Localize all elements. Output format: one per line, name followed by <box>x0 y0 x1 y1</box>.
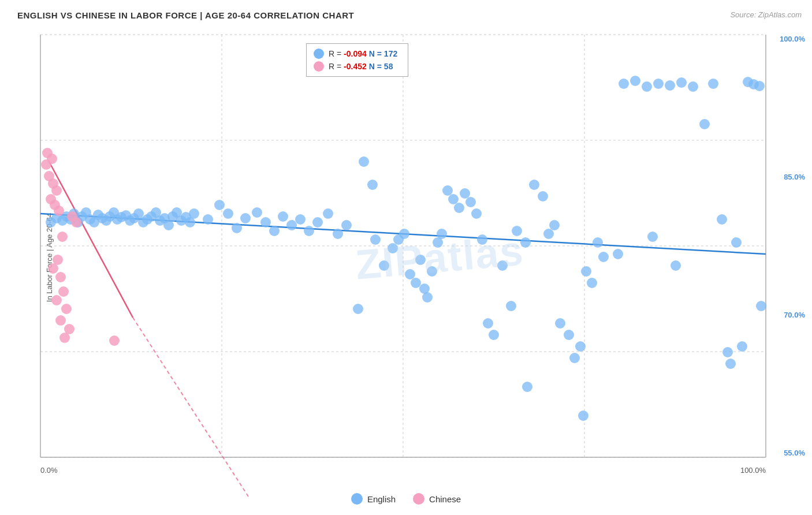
bottom-english-label: English <box>367 494 396 504</box>
svg-point-77 <box>427 266 437 277</box>
svg-point-102 <box>587 278 597 288</box>
bottom-legend-english: English <box>351 493 396 505</box>
chart-container: ENGLISH VS CHINESE IN LABOR FORCE | AGE … <box>0 0 812 515</box>
x-label-100: 100.0% <box>740 466 766 475</box>
svg-point-67 <box>370 234 381 245</box>
svg-point-74 <box>415 255 426 265</box>
svg-point-53 <box>240 213 251 223</box>
svg-point-88 <box>489 330 499 340</box>
svg-point-50 <box>214 200 225 210</box>
svg-point-61 <box>312 217 323 227</box>
svg-point-96 <box>549 220 560 230</box>
svg-point-136 <box>54 206 64 216</box>
svg-point-85 <box>471 208 482 219</box>
svg-point-108 <box>653 79 664 89</box>
svg-point-112 <box>699 119 710 129</box>
svg-point-127 <box>647 232 658 242</box>
chart-title: ENGLISH VS CHINESE IN LABOR FORCE | AGE … <box>17 10 354 20</box>
svg-point-117 <box>731 237 742 248</box>
svg-point-137 <box>57 232 68 242</box>
svg-point-143 <box>61 304 72 314</box>
legend-row-chinese: R = -0.452 N = 58 <box>314 61 397 72</box>
svg-point-91 <box>512 226 522 236</box>
y-label-55: 55.0% <box>784 449 805 457</box>
svg-point-97 <box>555 318 565 329</box>
chinese-swatch <box>314 61 324 72</box>
svg-point-65 <box>359 156 369 167</box>
svg-point-140 <box>55 272 66 282</box>
svg-point-142 <box>51 295 62 305</box>
chart-area <box>40 35 766 457</box>
svg-point-51 <box>223 208 233 219</box>
svg-point-133 <box>51 185 62 196</box>
svg-point-82 <box>454 203 464 213</box>
svg-point-141 <box>58 286 69 297</box>
svg-point-104 <box>598 252 609 262</box>
svg-point-62 <box>323 208 333 219</box>
svg-point-123 <box>353 304 363 314</box>
svg-point-92 <box>520 237 531 248</box>
svg-point-90 <box>506 301 516 311</box>
svg-point-54 <box>252 207 262 218</box>
svg-point-64 <box>341 220 352 230</box>
svg-point-69 <box>388 243 398 253</box>
svg-point-128 <box>671 260 681 271</box>
svg-point-116 <box>725 359 736 369</box>
svg-point-149 <box>41 159 51 170</box>
svg-point-80 <box>442 185 453 196</box>
bottom-chinese-label: Chinese <box>429 494 461 504</box>
svg-point-63 <box>333 229 343 239</box>
x-label-0: 0.0% <box>40 466 58 475</box>
svg-point-49 <box>203 214 213 225</box>
svg-point-114 <box>717 214 727 225</box>
svg-point-118 <box>737 341 747 352</box>
bottom-chinese-swatch <box>413 493 424 505</box>
svg-point-59 <box>295 214 306 225</box>
svg-point-79 <box>437 229 447 239</box>
svg-point-57 <box>278 211 288 222</box>
svg-point-103 <box>593 237 603 248</box>
chart-svg <box>40 35 766 457</box>
svg-point-72 <box>405 269 415 279</box>
svg-point-52 <box>232 223 242 233</box>
svg-point-84 <box>465 197 476 207</box>
svg-point-111 <box>688 81 698 92</box>
svg-point-146 <box>59 333 70 343</box>
svg-point-81 <box>448 194 459 204</box>
svg-point-121 <box>754 81 765 91</box>
bottom-legend-chinese: Chinese <box>413 493 461 505</box>
svg-point-76 <box>422 292 433 303</box>
svg-point-94 <box>538 191 548 201</box>
english-n-stat: N = 172 <box>369 49 397 58</box>
chinese-n-stat: N = 58 <box>369 62 393 71</box>
svg-point-101 <box>581 266 591 277</box>
y-label-85: 85.0% <box>784 173 805 181</box>
svg-point-58 <box>286 220 297 230</box>
svg-point-93 <box>529 180 539 190</box>
svg-point-144 <box>55 315 66 326</box>
svg-point-86 <box>477 234 487 245</box>
bottom-legend: English Chinese <box>0 493 812 505</box>
svg-point-107 <box>642 81 652 92</box>
svg-point-89 <box>497 260 508 271</box>
svg-point-83 <box>460 188 470 199</box>
svg-point-113 <box>708 79 718 89</box>
svg-point-56 <box>269 226 280 236</box>
svg-point-95 <box>543 229 554 239</box>
english-swatch <box>314 48 324 59</box>
svg-point-109 <box>665 80 675 91</box>
source-label: Source: ZipAtlas.com <box>730 10 802 19</box>
legend-row-english: R = -0.094 N = 172 <box>314 48 397 59</box>
svg-point-87 <box>483 318 493 329</box>
svg-point-148 <box>71 217 81 227</box>
svg-point-100 <box>575 341 586 352</box>
svg-point-126 <box>613 249 623 259</box>
svg-point-122 <box>756 301 766 311</box>
svg-point-60 <box>304 226 314 236</box>
svg-point-48 <box>189 208 199 219</box>
chinese-r-stat: R = -0.452 <box>329 62 367 71</box>
bottom-english-swatch <box>351 493 363 505</box>
svg-point-150 <box>109 335 120 346</box>
svg-point-73 <box>411 278 421 288</box>
legend-box: R = -0.094 N = 172 R = -0.452 N = 58 <box>306 43 408 77</box>
